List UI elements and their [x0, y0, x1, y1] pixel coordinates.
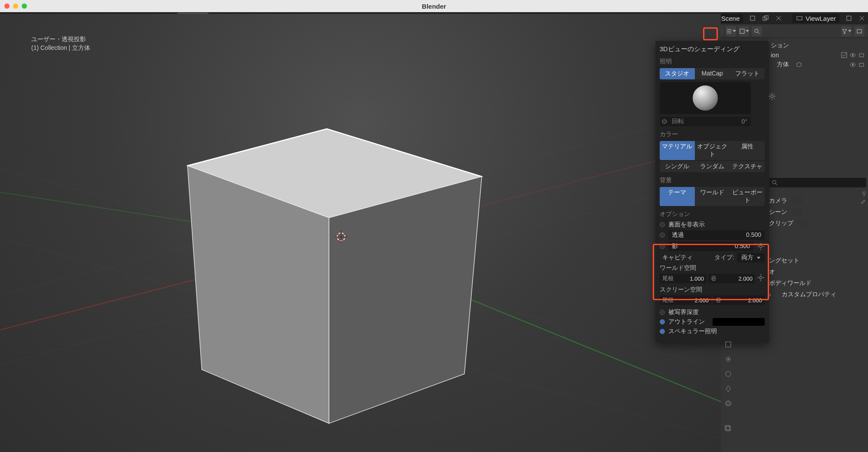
viewlayer-selector[interactable]: ViewLayer — [792, 14, 839, 23]
world-valley-value: 2.000 — [738, 275, 753, 282]
rotation-value: 0° — [742, 118, 751, 125]
outliner-row-cube[interactable]: 方体 — [769, 60, 866, 69]
outline-color-swatch[interactable] — [713, 318, 765, 326]
prop-rigset-label: ングセット — [769, 257, 799, 265]
background-section-label: 背景 — [660, 177, 765, 184]
prop-clip[interactable]: クリップ — [769, 218, 866, 229]
outline-toggle[interactable]: アウトライン — [660, 318, 765, 326]
rotation-field[interactable]: 回転 0° — [660, 117, 751, 126]
scene-prop-icon — [792, 208, 803, 216]
outliner-row0-label: ション — [771, 42, 789, 49]
world-valley-field[interactable]: 谷2.000 — [708, 274, 755, 283]
new-viewlayer-icon[interactable] — [845, 15, 852, 22]
window-titlebar: Blender — [0, 0, 868, 12]
pin-icon[interactable] — [861, 191, 867, 197]
eyedropper-icon[interactable] — [860, 198, 866, 204]
color-single[interactable]: シングル — [660, 161, 695, 172]
collection-label: (1) Collection | 立方体 — [31, 43, 90, 52]
cavity-toggle-row: キャビティ タイプ: 両方 — [660, 253, 765, 262]
options-section-label: オプション — [660, 210, 765, 218]
svg-point-75 — [852, 54, 854, 56]
shadow-settings-icon[interactable] — [757, 242, 765, 250]
outliner-row-collection[interactable]: ション — [769, 41, 866, 50]
minimize-window-button[interactable] — [13, 3, 18, 9]
world-space-values: 尾根1.000 谷2.000 — [660, 274, 765, 283]
prop-scene[interactable]: シーン — [769, 206, 866, 218]
camera-icon[interactable] — [858, 62, 865, 68]
delete-viewlayer-icon[interactable] — [858, 15, 865, 22]
3d-cursor-icon — [335, 231, 347, 243]
checkbox-icon[interactable] — [841, 52, 847, 58]
prop-tab-viewlayer[interactable] — [723, 369, 733, 379]
world-ridge-field[interactable]: 尾根1.000 — [660, 274, 707, 283]
shadow-label: 影 — [672, 242, 678, 250]
maximize-window-button[interactable] — [22, 3, 27, 9]
lighting-studio[interactable]: スタジオ — [660, 68, 695, 79]
color-object[interactable]: オブジェクト — [695, 141, 730, 160]
prop-tab-world[interactable] — [723, 398, 733, 409]
lighting-flat[interactable]: フラット — [730, 68, 765, 79]
xray-row[interactable]: 透過 0.500 — [660, 230, 765, 240]
prop-tab-output[interactable] — [723, 354, 733, 364]
background-theme[interactable]: テーマ — [660, 187, 695, 206]
screen-space-values: 尾根2.000 谷2.000 — [660, 295, 765, 305]
outliner-row-item1[interactable]: ion — [769, 50, 866, 60]
svg-rect-79 — [859, 63, 864, 66]
studio-light-preview[interactable] — [660, 82, 751, 114]
lighting-matcap[interactable]: MatCap — [695, 68, 730, 79]
color-texture[interactable]: テクスチャ — [730, 161, 765, 172]
eye-icon[interactable] — [850, 52, 856, 58]
prop-rigset[interactable]: ングセット — [769, 255, 866, 266]
close-window-button[interactable] — [4, 3, 10, 9]
color-attribute[interactable]: 属性 — [730, 141, 765, 160]
screen-space-label: スクリーン空間 — [660, 286, 765, 294]
svg-point-86 — [726, 401, 731, 406]
duplicate-scene-icon[interactable] — [762, 15, 769, 22]
viewlayer-icon — [796, 15, 803, 22]
screen-valley-field[interactable]: 谷2.000 — [713, 295, 765, 305]
prop-scene-label: シーン — [769, 208, 787, 216]
screen-ridge-value: 2.000 — [694, 297, 709, 304]
outliner-filter-toggle[interactable] — [841, 26, 852, 36]
outliner-search[interactable] — [752, 26, 762, 36]
color-material[interactable]: マテリアル — [660, 141, 695, 160]
delete-scene-icon[interactable] — [775, 15, 782, 22]
dof-toggle[interactable]: 被写界深度 — [660, 308, 765, 316]
backface-culling-toggle[interactable]: 裏面を非表示 — [660, 221, 765, 229]
cavity-type-selector[interactable]: 両方 — [737, 253, 765, 262]
new-scene-icon[interactable] — [749, 15, 756, 22]
shadow-value: 0.500 — [735, 242, 750, 250]
prop-camera-label: カメラ — [769, 197, 787, 205]
prop-camera[interactable]: カメラ — [769, 195, 866, 206]
svg-rect-1 — [750, 16, 755, 20]
prop-tab-scene[interactable] — [723, 383, 733, 394]
camera-icon[interactable] — [858, 52, 865, 58]
svg-line-81 — [776, 183, 777, 185]
background-world[interactable]: ワールド — [695, 187, 730, 206]
eye-icon[interactable] — [850, 62, 856, 68]
svg-rect-76 — [859, 54, 864, 57]
outliner-display-mode[interactable] — [739, 26, 749, 36]
3d-viewport[interactable]: ユーザー・透視投影 (1) Collection | 立方体 — [0, 14, 721, 452]
prop-audio[interactable]: オ — [769, 266, 866, 278]
color-random[interactable]: ランダム — [695, 161, 730, 172]
screen-ridge-label: 尾根 — [662, 296, 674, 304]
prop-tab-object[interactable] — [723, 423, 733, 434]
projection-label: ユーザー・透視投影 — [31, 35, 90, 43]
screen-ridge-field[interactable]: 尾根2.000 — [660, 295, 711, 305]
shadow-row[interactable]: 影 0.500 — [660, 242, 765, 251]
prop-tab-render[interactable] — [723, 339, 733, 350]
outliner-new-collection[interactable] — [854, 26, 865, 36]
prop-custom[interactable]: › カスタムプロパティ — [769, 289, 866, 300]
background-viewport[interactable]: ビューポート — [730, 187, 765, 206]
properties-search[interactable] — [769, 178, 866, 187]
outliner-editor-selector[interactable] — [726, 26, 736, 36]
specular-toggle[interactable]: スペキュラー照明 — [660, 328, 765, 335]
outliner-row1-label: ion — [771, 52, 779, 59]
world-space-settings-icon[interactable] — [757, 274, 765, 282]
prop-rigidworld[interactable]: ボディワールド — [769, 278, 866, 289]
xray-value: 0.500 — [746, 231, 761, 239]
svg-rect-82 — [726, 342, 731, 347]
specular-label: スペキュラー照明 — [668, 328, 717, 335]
default-cube[interactable] — [122, 79, 512, 426]
